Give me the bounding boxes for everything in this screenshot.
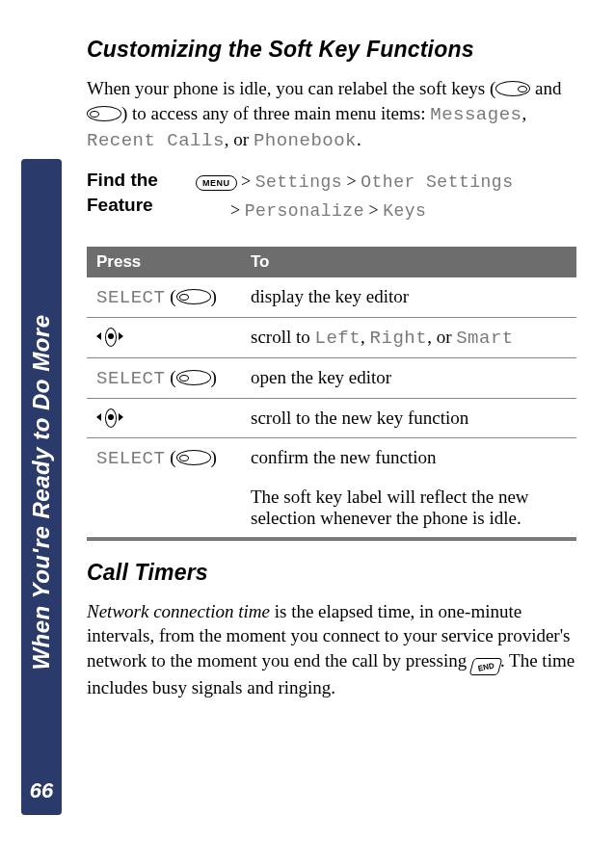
find-the-feature: Find theFeature MENU > Settings > Other … bbox=[87, 168, 576, 225]
table-row: scroll to Left, Right, or Smart bbox=[87, 317, 576, 357]
content: Customizing the Soft Key Functions When … bbox=[87, 37, 576, 713]
press-to-table: Press To SELECT () display the key edito… bbox=[87, 247, 576, 540]
page: When You're Ready to Do More 66 Customiz… bbox=[0, 0, 615, 868]
nav-key-icon bbox=[96, 408, 123, 427]
intro-paragraph: When your phone is idle, you can relabel… bbox=[87, 76, 576, 154]
table-row: SELECT () display the key editor bbox=[87, 277, 576, 318]
calltimers-paragraph: Network connection time is the elapsed t… bbox=[87, 599, 576, 700]
section-heading-calltimers: Call Timers bbox=[87, 560, 576, 586]
right-softkey-icon bbox=[176, 450, 211, 465]
table-row-extra: The soft key label will reflect the new … bbox=[87, 478, 576, 539]
section-heading-customizing: Customizing the Soft Key Functions bbox=[87, 37, 576, 63]
nav-key-icon bbox=[96, 327, 123, 346]
right-softkey-icon bbox=[87, 106, 121, 121]
right-softkey-icon bbox=[176, 289, 211, 304]
col-to: To bbox=[241, 247, 576, 277]
left-softkey-icon bbox=[495, 81, 530, 96]
col-press: Press bbox=[87, 247, 241, 277]
sidebar: When You're Ready to Do More 66 bbox=[0, 0, 67, 868]
menu-key-icon: MENU bbox=[196, 175, 237, 191]
feature-path: MENU > Settings > Other Settings > Perso… bbox=[196, 168, 576, 225]
end-key-icon: END bbox=[469, 658, 503, 675]
sidebar-title: When You're Ready to Do More bbox=[21, 223, 62, 762]
table-row: scroll to the new key function bbox=[87, 398, 576, 437]
page-number: 66 bbox=[21, 773, 62, 815]
feature-label: Find theFeature bbox=[87, 168, 178, 217]
right-softkey-icon bbox=[176, 370, 211, 385]
table-row: SELECT () confirm the new function bbox=[87, 437, 576, 478]
table-row: SELECT () open the key editor bbox=[87, 357, 576, 398]
table-header-row: Press To bbox=[87, 247, 576, 277]
